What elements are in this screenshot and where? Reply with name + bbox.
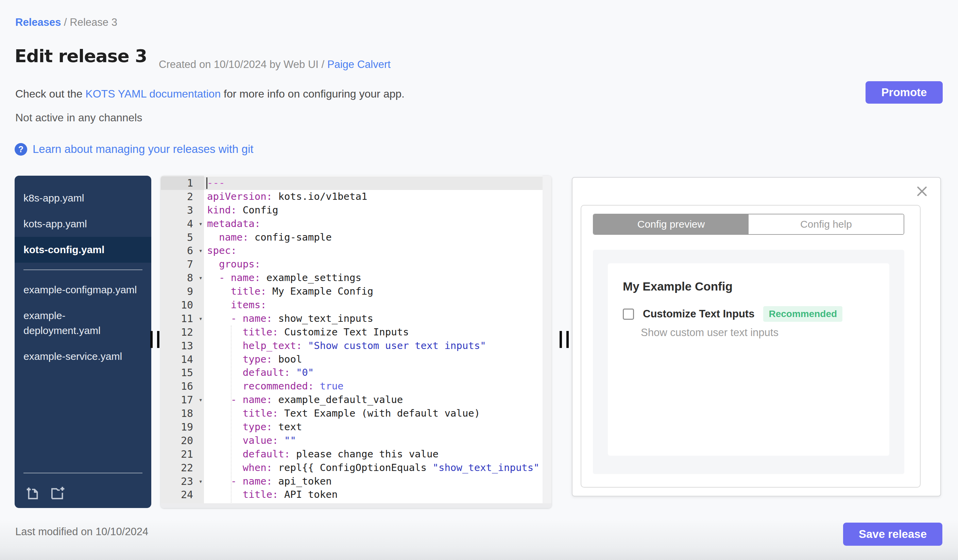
new-folder-icon[interactable]	[51, 485, 66, 500]
last-modified-text: Last modified on 10/10/2024	[15, 526, 148, 538]
code-line-6[interactable]: 6▾spec:	[161, 244, 551, 258]
code-line-13[interactable]: 13 help_text: "Show custom user text inp…	[161, 339, 551, 353]
line-number: 22	[161, 461, 204, 475]
code-line-23[interactable]: 23▾ - name: api_token	[161, 475, 551, 488]
file-tree-sidebar: k8s-app.yamlkots-app.yamlkots-config.yam…	[14, 176, 151, 508]
close-icon[interactable]	[916, 185, 928, 198]
page-title: Edit release 3	[14, 46, 147, 66]
code-line-19[interactable]: 19 type: text	[161, 420, 551, 434]
line-number: 17▾	[161, 393, 204, 407]
line-number: 21	[161, 448, 204, 461]
vertical-scrollbar[interactable]	[542, 176, 551, 503]
doc-suffix: for more info on configuring your app.	[220, 88, 404, 100]
save-release-button[interactable]: Save release	[843, 523, 942, 546]
line-number: 6▾	[161, 244, 204, 258]
code-line-7[interactable]: 7 groups:	[161, 258, 551, 271]
code-line-15[interactable]: 15 default: "0"	[161, 366, 551, 380]
line-number: 10	[161, 298, 204, 312]
fold-arrow-icon[interactable]: ▾	[199, 244, 203, 258]
kots-yaml-doc-link[interactable]: KOTS YAML documentation	[85, 88, 220, 100]
doc-line: Check out the KOTS YAML documentation fo…	[15, 88, 404, 100]
line-number: 5	[161, 231, 204, 244]
line-number: 13	[161, 339, 204, 353]
code-line-16[interactable]: 16 recommended: true	[161, 380, 551, 393]
file-item-example-deployment.yaml[interactable]: example-deployment.yaml	[14, 303, 151, 343]
fold-arrow-icon[interactable]: ▾	[199, 475, 203, 488]
promote-button[interactable]: Promote	[866, 81, 943, 104]
editor-resize-handle[interactable]	[560, 331, 569, 348]
code-line-2[interactable]: 2apiVersion: kots.io/v1beta1	[161, 190, 551, 204]
created-text: Created on 10/10/2024 by Web UI /	[159, 59, 327, 70]
code-line-20[interactable]: 20 value: ""	[161, 434, 551, 448]
preview-tabbar: Config preview Config help	[593, 214, 904, 235]
line-number: 24	[161, 488, 204, 501]
sidebar-bottom-divider	[24, 473, 143, 473]
line-number: 14	[161, 353, 204, 366]
preview-inner-card: Config preview Config help My Example Co…	[581, 205, 921, 487]
preview-area: My Example Config Customize Text Inputs …	[593, 250, 904, 474]
config-item-row: Customize Text Inputs Recommended	[623, 306, 842, 322]
code-line-9[interactable]: 9 title: My Example Config	[161, 285, 551, 298]
file-item-example-service.yaml[interactable]: example-service.yaml	[14, 343, 151, 369]
line-number: 2	[161, 190, 204, 204]
code-line-24[interactable]: 24 title: API token	[161, 488, 551, 501]
sidebar-bottom	[14, 473, 151, 508]
code-line-1[interactable]: 1---	[161, 176, 551, 190]
created-line: Created on 10/10/2024 by Web UI / Paige …	[159, 59, 390, 71]
tab-config-help[interactable]: Config help	[749, 214, 904, 234]
customize-text-inputs-checkbox[interactable]	[623, 308, 634, 320]
code-line-12[interactable]: 12 title: Customize Text Inputs	[161, 326, 551, 339]
author-link[interactable]: Paige Calvert	[327, 59, 390, 70]
breadcrumb-releases-link[interactable]: Releases	[15, 16, 61, 28]
file-item-kots-app.yaml[interactable]: kots-app.yaml	[14, 211, 151, 237]
line-number: 9	[161, 285, 204, 298]
fold-arrow-icon[interactable]: ▾	[199, 217, 203, 231]
file-item-k8s-app.yaml[interactable]: k8s-app.yaml	[14, 185, 151, 211]
line-number: 19	[161, 420, 204, 434]
sidebar-resize-handle[interactable]	[150, 331, 160, 348]
fold-arrow-icon[interactable]: ▾	[199, 393, 203, 407]
file-list-divider	[24, 269, 143, 270]
yaml-code-editor[interactable]: 1---2apiVersion: kots.io/v1beta13kind: C…	[161, 176, 551, 508]
doc-prefix: Check out the	[15, 88, 85, 100]
code-line-22[interactable]: 22 when: repl{{ ConfigOptionEquals "show…	[161, 461, 551, 475]
line-number: 12	[161, 326, 204, 339]
code-line-14[interactable]: 14 type: bool	[161, 353, 551, 366]
line-number: 7	[161, 258, 204, 271]
tab-config-preview[interactable]: Config preview	[593, 214, 749, 234]
code-line-3[interactable]: 3kind: Config	[161, 204, 551, 217]
config-item-help-text: Show custom user text inputs	[641, 327, 779, 339]
code-line-18[interactable]: 18 title: Text Example (with default val…	[161, 407, 551, 420]
line-number: 3	[161, 204, 204, 217]
question-mark-icon[interactable]: ?	[14, 143, 27, 156]
config-card: My Example Config Customize Text Inputs …	[608, 263, 889, 456]
release-editor-page: Releases / Release 3 Edit release 3 Crea…	[0, 0, 958, 560]
file-list-main: k8s-app.yamlkots-app.yamlkots-config.yam…	[14, 185, 151, 263]
code-line-4[interactable]: 4▾metadata:	[161, 217, 551, 231]
fold-arrow-icon[interactable]: ▾	[199, 312, 203, 326]
horizontal-scrollbar[interactable]	[161, 503, 551, 508]
code-line-17[interactable]: 17▾ - name: example_default_value	[161, 393, 551, 407]
code-line-11[interactable]: 11▾ - name: show_text_inputs	[161, 312, 551, 326]
line-number: 8▾	[161, 271, 204, 285]
footer-shade	[0, 519, 958, 560]
file-item-kots-config.yaml[interactable]: kots-config.yaml	[14, 237, 151, 263]
breadcrumb: Releases / Release 3	[15, 16, 117, 28]
config-preview-panel: Config preview Config help My Example Co…	[572, 177, 941, 497]
line-number: 16	[161, 380, 204, 393]
code-line-8[interactable]: 8▾ - name: example_settings	[161, 271, 551, 285]
git-releases-link[interactable]: Learn about managing your releases with …	[33, 143, 253, 156]
fold-arrow-icon[interactable]: ▾	[199, 271, 203, 285]
code-line-5[interactable]: 5 name: config-sample	[161, 231, 551, 244]
config-item-label: Customize Text Inputs	[643, 308, 754, 320]
new-file-icon[interactable]	[25, 485, 40, 500]
config-group-title: My Example Config	[623, 280, 733, 293]
line-number: 23▾	[161, 475, 204, 488]
file-item-example-configmap.yaml[interactable]: example-configmap.yaml	[14, 277, 151, 303]
code-line-10[interactable]: 10 items:	[161, 298, 551, 312]
line-number: 20	[161, 434, 204, 448]
line-number: 4▾	[161, 217, 204, 231]
code-line-21[interactable]: 21 default: please change this value	[161, 448, 551, 461]
recommended-badge: Recommended	[763, 306, 842, 322]
line-number: 15	[161, 366, 204, 380]
